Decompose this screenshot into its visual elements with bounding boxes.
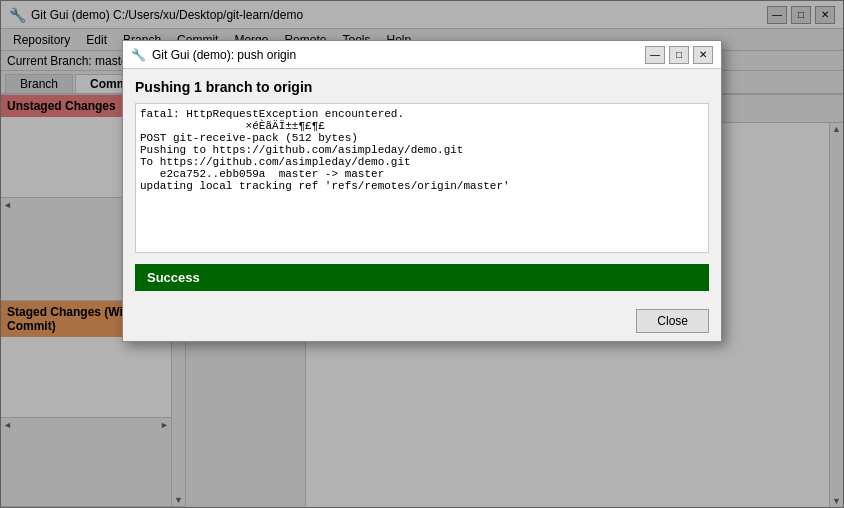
dialog-footer: Close [123, 301, 721, 341]
dialog-title-bar: 🔧 Git Gui (demo): push origin — □ ✕ [123, 41, 721, 69]
dialog-status-bar: Success [135, 264, 709, 291]
dialog-overlay: 🔧 Git Gui (demo): push origin — □ ✕ Push… [0, 0, 844, 508]
dialog-icon: 🔧 [131, 48, 146, 62]
push-dialog: 🔧 Git Gui (demo): push origin — □ ✕ Push… [122, 40, 722, 342]
dialog-close-button[interactable]: ✕ [693, 46, 713, 64]
dialog-output[interactable] [135, 103, 709, 253]
dialog-minimize-button[interactable]: — [645, 46, 665, 64]
dialog-title-controls: — □ ✕ [645, 46, 713, 64]
dialog-body: Pushing 1 branch to origin Success [123, 69, 721, 301]
dialog-maximize-button[interactable]: □ [669, 46, 689, 64]
dialog-title-left: 🔧 Git Gui (demo): push origin [131, 48, 296, 62]
dialog-heading: Pushing 1 branch to origin [135, 79, 709, 95]
dialog-title: Git Gui (demo): push origin [152, 48, 296, 62]
dialog-close-action-button[interactable]: Close [636, 309, 709, 333]
